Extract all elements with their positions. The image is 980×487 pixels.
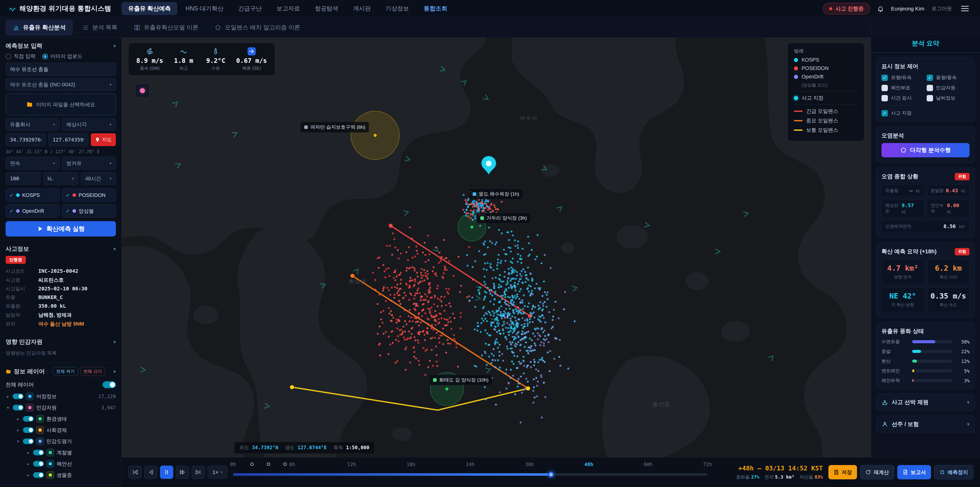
action-button-0[interactable]: 저장 <box>829 465 857 479</box>
timeline-track[interactable]: 0h6h12h18h24h36h48h60h72h <box>233 457 708 487</box>
app-logo[interactable]: 해양환경 위기대응 통합시스템 <box>9 4 111 13</box>
display-option-0[interactable]: ✓유향/유속 <box>881 74 924 81</box>
layer-row-3[interactable]: ▸ 사회경제 <box>6 425 116 436</box>
display-option-1[interactable]: ✓풍향/풍속 <box>927 74 970 81</box>
layer-row-1[interactable]: ▾ 민감자원 3,947 <box>6 402 116 413</box>
display-option-5[interactable]: 날씨정보 <box>927 95 970 101</box>
spill-mode-select[interactable]: 연속▾ <box>6 157 59 169</box>
image-upload-dropzone[interactable]: 이미지 파일을 선택하세요 <box>6 93 116 115</box>
chevron-right-icon[interactable]: ▸ <box>6 394 10 399</box>
layers-all-off-button[interactable]: 전체 끄기 <box>80 367 105 376</box>
nav-item-0[interactable]: 유출유 확산예측 <box>121 2 177 15</box>
model-chip-0[interactable]: ✓KOSPS <box>6 188 59 202</box>
measure-tool-button[interactable] <box>135 84 149 97</box>
incident-section-header[interactable]: 사고정보 ▾ <box>6 245 116 253</box>
layer-toggle[interactable] <box>33 450 44 455</box>
amount-input[interactable] <box>6 172 41 185</box>
unit-select[interactable]: kL▾ <box>43 172 78 185</box>
nav-item-2[interactable]: 긴급구난 <box>232 2 269 15</box>
action-button-1[interactable]: 재계산 <box>860 465 894 479</box>
chevron-up-icon[interactable]: ▾ <box>113 43 116 49</box>
owner-insurance-section[interactable]: 선주 / 보험 ▾ <box>876 415 975 433</box>
summary-panel-title[interactable]: 분석 요약 <box>871 34 980 53</box>
longitude-input[interactable] <box>48 133 88 146</box>
oil-type-select[interactable]: 벙커유▾ <box>62 157 116 169</box>
layer-toggle[interactable] <box>13 405 24 410</box>
display-option-2[interactable]: 예인부표 <box>881 85 924 91</box>
skip-end-button[interactable] <box>192 466 205 479</box>
display-option-incident[interactable]: ✓사고 지점 <box>881 110 969 117</box>
radio-image-upload[interactable]: 이미지 업로드 <box>42 53 83 60</box>
event-marker-1[interactable] <box>267 463 270 466</box>
tab-2[interactable]: 유출유확산모델 이론 <box>127 19 205 35</box>
company-select[interactable]: 유출회사▾ <box>6 118 59 131</box>
tab-3[interactable]: 오일펜스 배치 알고리즘 이론 <box>207 19 307 35</box>
chevron-down-icon[interactable]: ▾ <box>967 421 969 427</box>
event-marker-0[interactable] <box>250 463 254 466</box>
duration-select[interactable]: 48시간▾ <box>81 172 116 185</box>
chevron-right-icon[interactable]: ▸ <box>16 417 21 422</box>
logout-button[interactable]: 로그아웃 <box>932 5 952 12</box>
display-option-4[interactable]: 시간 표시 <box>881 95 924 101</box>
layer-toggle[interactable] <box>23 427 34 433</box>
fast-forward-button[interactable] <box>176 466 189 479</box>
model-chip-1[interactable]: ✓POSEIDON <box>62 188 116 202</box>
nav-item-5[interactable]: 게시판 <box>347 2 377 15</box>
pause-button[interactable] <box>160 466 173 479</box>
layers-all-on-button[interactable]: 전체 켜기 <box>53 367 78 376</box>
tab-0[interactable]: 유출유 확산분석 <box>6 19 73 35</box>
action-button-2[interactable]: 보고서 <box>897 465 931 479</box>
action-button-3[interactable]: 예측정지 <box>934 465 974 479</box>
ship-specs-section[interactable]: 사고 선박 제원 ▾ <box>876 394 975 411</box>
chevron-up-icon[interactable]: ▾ <box>113 339 116 345</box>
nav-item-7[interactable]: 통합조회 <box>417 2 454 15</box>
nav-item-3[interactable]: 보고자료 <box>270 2 307 15</box>
layer-toggle[interactable] <box>23 416 34 422</box>
chevron-right-icon[interactable]: ▸ <box>26 473 30 477</box>
latitude-input[interactable] <box>6 133 46 146</box>
layer-row-6[interactable]: ▸ 해안선 <box>6 458 116 469</box>
chevron-right-icon[interactable]: ▸ <box>16 428 21 433</box>
polygon-analysis-button[interactable]: 다각형 분석수행 <box>881 143 969 157</box>
layer-toggle[interactable] <box>23 439 34 444</box>
chevron-right-icon[interactable]: ▸ <box>26 461 30 466</box>
playback-speed-select[interactable]: 1×▾ <box>207 466 228 479</box>
incident-select[interactable]: 여수 유조선 충돌 (INC-0042)▾ <box>6 78 116 91</box>
layer-toggle[interactable] <box>13 394 24 399</box>
nav-item-4[interactable]: 항공탐색 <box>308 2 345 15</box>
radio-direct-input[interactable]: 직접 입력 <box>6 53 36 60</box>
layer-row-0[interactable]: ▸ 어장정보 17,129 <box>6 391 116 402</box>
layer-toggle[interactable] <box>33 461 44 466</box>
chevron-down-icon[interactable]: ▾ <box>16 439 21 444</box>
predict-section-header[interactable]: 예측정보 입력 ▾ <box>6 42 116 50</box>
display-option-3[interactable]: 민감자원 <box>927 85 970 91</box>
chevron-down-icon[interactable]: ▾ <box>6 405 10 410</box>
layer-row-7[interactable]: ▸ 생물종 <box>6 469 116 481</box>
timeline-handle[interactable] <box>548 471 554 477</box>
tab-1[interactable]: 분석 목록 <box>75 19 124 35</box>
layer-row-2[interactable]: ▸ 환경생태 <box>6 413 116 425</box>
incident-marker-pin[interactable] <box>481 156 496 175</box>
sensitive-section-header[interactable]: 영향 민감자원 ▾ <box>6 338 116 346</box>
model-chip-3[interactable]: ✓앙상블 <box>62 204 116 217</box>
notifications-bell-icon[interactable] <box>877 5 884 12</box>
layers-section-header[interactable]: 정보 레이어 전체 켜기 전체 끄기 ▾ <box>6 367 116 376</box>
map-canvas[interactable]: 8.9 m/s풍속 (SW)1.8 m파고9.2°C수온0.67 m/s해류 (… <box>122 38 871 457</box>
master-layer-toggle[interactable] <box>103 381 116 388</box>
progress-track[interactable] <box>233 473 708 476</box>
menu-icon[interactable] <box>959 4 971 13</box>
model-chip-2[interactable]: ✓OpenDrift <box>6 204 59 217</box>
layer-row-5[interactable]: ▸ 계절별 <box>6 447 116 458</box>
layer-row-4[interactable]: ▾ 민감도평가 <box>6 436 116 447</box>
time-select[interactable]: 예상시각▾ <box>62 118 116 131</box>
skip-start-button[interactable] <box>128 466 142 479</box>
event-marker-2[interactable] <box>283 463 287 466</box>
chevron-down-icon[interactable]: ▾ <box>967 399 969 405</box>
map-pick-button[interactable]: 지도 <box>91 133 116 146</box>
chevron-right-icon[interactable]: ▸ <box>26 450 30 455</box>
step-back-button[interactable] <box>144 466 158 479</box>
nav-item-1[interactable]: HNS·대기확산 <box>179 2 230 15</box>
chevron-up-icon[interactable]: ▾ <box>113 369 116 375</box>
nav-item-6[interactable]: 기상정보 <box>379 2 416 15</box>
run-prediction-button[interactable]: 확산예측 실행 <box>6 221 116 236</box>
